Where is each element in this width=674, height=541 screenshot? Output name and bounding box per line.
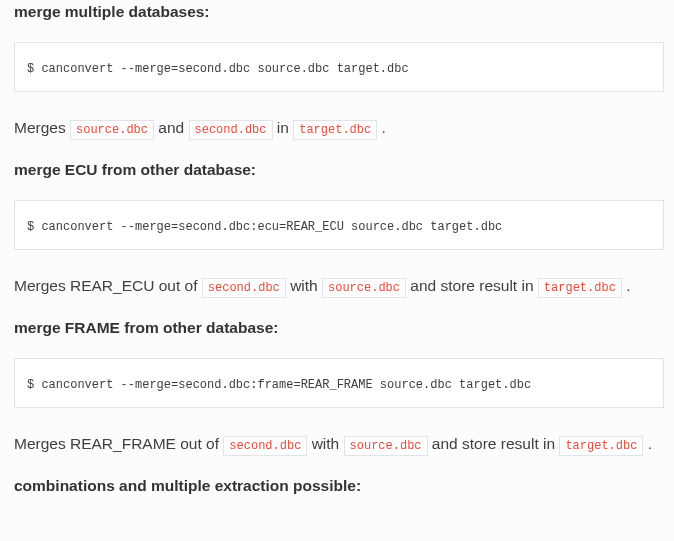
inline-code: source.dbc: [70, 120, 154, 140]
desc-text: and store result in: [432, 435, 560, 452]
inline-code: second.dbc: [223, 436, 307, 456]
section-description: Merges REAR_FRAME out of second.dbc with…: [14, 432, 664, 456]
desc-text: with: [290, 277, 322, 294]
desc-text: and: [158, 119, 188, 136]
desc-text: Merges REAR_FRAME out of: [14, 435, 223, 452]
section-description: Merges source.dbc and second.dbc in targ…: [14, 116, 664, 140]
desc-text: Merges REAR_ECU out of: [14, 277, 202, 294]
desc-text: .: [382, 119, 386, 136]
desc-text: with: [312, 435, 344, 452]
code-content: $ canconvert --merge=second.dbc source.d…: [27, 62, 409, 76]
section-heading: merge ECU from other database:: [14, 158, 664, 182]
inline-code: target.dbc: [293, 120, 377, 140]
section-heading: merge FRAME from other database:: [14, 316, 664, 340]
code-block: $ canconvert --merge=second.dbc:frame=RE…: [14, 358, 664, 408]
desc-text: in: [277, 119, 293, 136]
inline-code: second.dbc: [202, 278, 286, 298]
code-block: $ canconvert --merge=second.dbc:ecu=REAR…: [14, 200, 664, 250]
inline-code: second.dbc: [189, 120, 273, 140]
code-block: $ canconvert --merge=second.dbc source.d…: [14, 42, 664, 92]
inline-code: source.dbc: [344, 436, 428, 456]
section-description: Merges REAR_ECU out of second.dbc with s…: [14, 274, 664, 298]
code-content: $ canconvert --merge=second.dbc:ecu=REAR…: [27, 220, 502, 234]
desc-text: Merges: [14, 119, 70, 136]
code-content: $ canconvert --merge=second.dbc:frame=RE…: [27, 378, 531, 392]
desc-text: and store result in: [410, 277, 538, 294]
section-heading: merge multiple databases:: [14, 0, 664, 24]
desc-text: .: [648, 435, 652, 452]
inline-code: source.dbc: [322, 278, 406, 298]
inline-code: target.dbc: [559, 436, 643, 456]
section-heading: combinations and multiple extraction pos…: [14, 474, 664, 498]
desc-text: .: [626, 277, 630, 294]
inline-code: target.dbc: [538, 278, 622, 298]
